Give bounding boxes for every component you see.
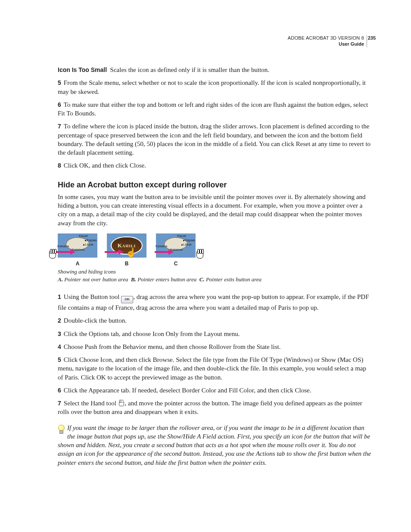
map-dot-icon (85, 240, 86, 241)
page: ADOBE ACROBAT 3D VERSION 8 User Guide 23… (0, 0, 411, 532)
key-b-label: B. (131, 276, 136, 283)
step-text: Click the Appearance tab. If needed, des… (64, 387, 311, 394)
definition-icon-too-small: Icon Is Too Small Scales the icon as def… (58, 65, 372, 74)
hand-tool-icon (118, 400, 125, 407)
section-heading: Hide an Acrobat button except during rol… (58, 180, 372, 190)
proc-step-4: 4Choose Push from the Behavior menu, and… (58, 342, 372, 351)
key-c-text: Pointer exits button area (206, 276, 262, 283)
proc-step-6: 6Click the Appearance tab. If needed, de… (58, 386, 372, 395)
figure-letter-a: A (58, 260, 97, 267)
step-number: 4 (58, 343, 61, 350)
step-7: 7To define where the icon is placed insi… (58, 122, 372, 157)
figure-letter-b: B (107, 260, 146, 267)
figure-panel-a: Kauai Kapaa Lihue Kekaha Kalaheo (58, 233, 97, 258)
figure-caption-title: Showing and hiding icons (58, 268, 372, 276)
step-number: 8 (58, 162, 61, 169)
step-text: Click the Options tab, and choose Icon O… (64, 330, 240, 337)
tip-block: If you want the image to be larger than … (58, 423, 372, 471)
proc-step-1: 1Using the Button tool OK, drag across t… (58, 292, 372, 312)
map-label-kekaha: Kekaha (57, 244, 69, 249)
step-8: 8Click OK, and then click Close. (58, 161, 372, 170)
arrow-icon (56, 250, 75, 254)
step-text-pre: Using the Button tool (64, 293, 121, 300)
figure-panel-c-wrap: Kauai Kapaa Lihue Kekaha Kalaheo (156, 233, 196, 258)
header-subtitle: User Guide (288, 41, 364, 47)
map-label-kekaha: Kekaha (156, 244, 167, 249)
step-number: 6 (58, 387, 61, 394)
step-text: Click Choose Icon, and then click Browse… (58, 356, 366, 381)
hand-cursor-icon (196, 249, 205, 259)
step-number: 7 (58, 123, 61, 130)
proc-step-3: 3Click the Options tab, and choose Icon … (58, 330, 372, 338)
step-number: 2 (58, 317, 61, 324)
map-label-lihue: Lihue (183, 243, 192, 247)
map-dot-icon (183, 240, 184, 241)
tip-text: If you want the image to be larger than … (58, 423, 372, 467)
step-text-pre: Select the Hand tool (64, 400, 118, 407)
figure: Kauai Kapaa Lihue Kekaha Kalaheo K (58, 233, 372, 283)
hand-cursor-icon (48, 249, 58, 259)
definition-text: Scales the icon as defined only if it is… (110, 66, 270, 73)
figure-letters: A B C (58, 260, 372, 267)
step-text: Double-click the button. (64, 317, 127, 324)
step-number: 1 (58, 293, 61, 300)
button-tool-label: OK (121, 296, 133, 303)
figure-panel-b-wrap: Kahili ☝ (107, 233, 146, 258)
key-a-label: A. (58, 276, 63, 283)
step-5: 5From the Scale menu, select whether or … (58, 78, 372, 96)
figure-row: Kauai Kapaa Lihue Kekaha Kalaheo K (58, 233, 372, 258)
step-6: 6To make sure that either the top and bo… (58, 100, 372, 118)
step-number: 6 (58, 101, 61, 108)
content: Icon Is Too Small Scales the icon as def… (58, 65, 372, 471)
step-number: 5 (58, 356, 61, 363)
header-product: ADOBE ACROBAT 3D VERSION 8 (288, 35, 364, 41)
step-number: 7 (58, 400, 61, 407)
step-text: Choose Push from the Behavior menu, and … (64, 343, 281, 350)
definition-label: Icon Is Too Small (58, 66, 107, 73)
figure-caption-key: A. Pointer not over button area B. Point… (58, 276, 372, 283)
arrow-icon (105, 250, 124, 254)
key-c-label: C. (199, 276, 205, 283)
proc-step-7: 7Select the Hand tool , and move the poi… (58, 399, 372, 417)
map-dot-icon (181, 244, 183, 246)
button-tool-icon: OK (121, 294, 133, 303)
proc-step-5: 5Click Choose Icon, and then click Brows… (58, 355, 372, 382)
page-number: 235 (368, 35, 376, 40)
proc-step-2: 2Double-click the button. (58, 316, 372, 325)
map-dot-icon (83, 244, 84, 246)
step-number: 3 (58, 330, 61, 337)
key-b-text: Pointer enters button area (137, 276, 196, 283)
step-text: Click OK, and then click Close. (64, 162, 146, 169)
figure-panel-a-wrap: Kauai Kapaa Lihue Kekaha Kalaheo (58, 233, 97, 258)
figure-letter-c: C (156, 260, 196, 267)
step-text: To define where the icon is placed insid… (58, 123, 371, 156)
step-text: To make sure that either the top and bot… (58, 101, 368, 117)
lightbulb-icon (58, 425, 65, 434)
figure-panel-c: Kauai Kapaa Lihue Kekaha Kalaheo (156, 233, 196, 258)
page-header: ADOBE ACROBAT 3D VERSION 8 User Guide (288, 35, 367, 47)
pointer-cursor-icon: ☝ (126, 248, 137, 257)
step-text: From the Scale menu, select whether or n… (58, 79, 366, 95)
map-label-lihue: Lihue (85, 243, 93, 247)
arrow-icon (155, 250, 174, 254)
step-number: 5 (58, 79, 61, 86)
section-intro: In some cases, you may want the button a… (58, 193, 372, 227)
key-a-text: Pointer not over button area (64, 276, 128, 283)
